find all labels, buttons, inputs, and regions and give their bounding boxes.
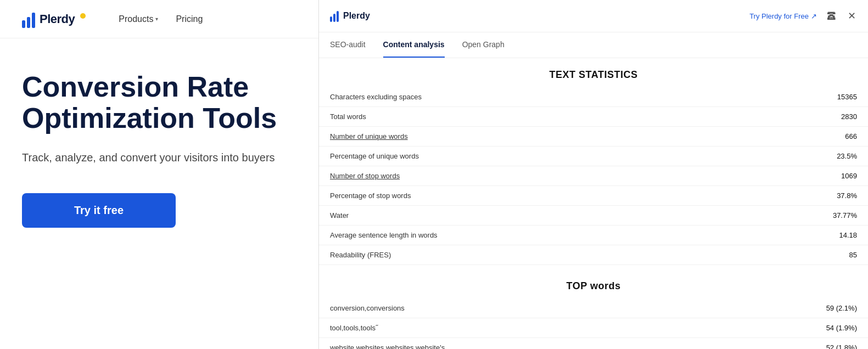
table-row: Average sentence length in words 14.18 <box>319 226 868 245</box>
table-row: Readability (FRES) 85 <box>319 245 868 265</box>
extension-panel: Plerdy Try Plerdy for Free ↗ 🕿 ✕ SEO-aud… <box>318 0 868 349</box>
stat-label: Characters excluding spaces <box>330 93 422 101</box>
stat-value: 37.8% <box>837 192 857 200</box>
stat-label: Number of stop words <box>330 172 400 180</box>
table-row: Percentage of stop words 37.8% <box>319 186 868 206</box>
tab-content-analysis[interactable]: Content analysis <box>383 32 445 58</box>
ext-bar-2 <box>333 14 335 22</box>
word-label: conversion,conversions <box>330 304 405 312</box>
text-statistics-title: TEXT STATISTICS <box>319 58 868 87</box>
ext-body[interactable]: TEXT STATISTICS Characters excluding spa… <box>319 58 868 349</box>
word-value: 54 (1.9%) <box>826 324 857 332</box>
table-row: website,websites,websites,website's 52 (… <box>319 338 868 349</box>
table-row: conversion,conversions 59 (2.1%) <box>319 299 868 318</box>
stat-value: 85 <box>849 251 857 259</box>
nav-bar: Plerdy Products ▾ Pricing <box>0 0 318 38</box>
table-row: Number of unique words 666 <box>319 127 868 147</box>
stat-label: Percentage of unique words <box>330 152 419 160</box>
ext-header-right: Try Plerdy for Free ↗ 🕿 ✕ <box>749 9 857 23</box>
close-icon-button[interactable]: ✕ <box>847 9 857 23</box>
stat-label: Average sentence length in words <box>330 231 438 239</box>
logo-bar-1 <box>22 20 25 28</box>
tab-seo-audit[interactable]: SEO-audit <box>330 32 366 58</box>
ext-logo-icon <box>330 10 339 22</box>
stat-value: 37.77% <box>833 211 857 219</box>
stat-value: 14.18 <box>839 231 857 239</box>
top-words-section: TOP words conversion,conversions 59 (2.1… <box>319 269 868 349</box>
table-row: Total words 2830 <box>319 107 868 127</box>
ext-bar-3 <box>337 11 339 22</box>
stat-value: 23.5% <box>837 152 857 160</box>
table-row: Water 37.77% <box>319 206 868 226</box>
nav-products[interactable]: Products ▾ <box>119 14 158 24</box>
word-value: 52 (1.8%) <box>826 344 857 349</box>
logo-dot <box>80 13 86 19</box>
logo-bar-2 <box>27 17 30 28</box>
stat-value: 15365 <box>837 93 857 101</box>
logo-text: Plerdy <box>40 12 75 26</box>
hero-content: Conversion Rate Optimization Tools Track… <box>0 38 318 250</box>
table-row: tool,tools,tools˝ 54 (1.9%) <box>319 318 868 338</box>
table-row: Percentage of unique words 23.5% <box>319 147 868 166</box>
stat-label: Number of unique words <box>330 132 408 140</box>
phone-icon-button[interactable]: 🕿 <box>826 9 838 23</box>
hero-subtitle: Track, analyze, and convert your visitor… <box>22 149 296 166</box>
word-label: website,websites,websites,website's <box>330 344 445 349</box>
logo-bar-3 <box>32 13 35 28</box>
stat-value: 666 <box>845 132 857 140</box>
logo-icon <box>22 10 35 28</box>
stat-label: Water <box>330 211 349 219</box>
ext-logo: Plerdy <box>330 10 370 22</box>
products-chevron-icon: ▾ <box>155 16 158 22</box>
hero-title: Conversion Rate Optimization Tools <box>22 71 296 134</box>
extension-header: Plerdy Try Plerdy for Free ↗ 🕿 ✕ <box>319 0 868 32</box>
stat-label: Percentage of stop words <box>330 192 411 200</box>
stats-table: Characters excluding spaces 15365 Total … <box>319 87 868 265</box>
text-statistics-section: TEXT STATISTICS Characters excluding spa… <box>319 58 868 265</box>
top-words-title: TOP words <box>319 269 868 299</box>
tab-open-graph[interactable]: Open Graph <box>462 32 505 58</box>
stat-label: Readability (FRES) <box>330 251 391 259</box>
website-panel: Plerdy Products ▾ Pricing Conversion Rat… <box>0 0 318 349</box>
external-link-icon: ↗ <box>811 12 817 20</box>
stat-label: Total words <box>330 112 366 121</box>
table-row: Characters excluding spaces 15365 <box>319 87 868 107</box>
ext-bar-1 <box>330 16 332 22</box>
ext-tabs: SEO-audit Content analysis Open Graph <box>319 32 868 58</box>
word-value: 59 (2.1%) <box>826 304 857 312</box>
top-words-table: conversion,conversions 59 (2.1%) tool,to… <box>319 299 868 349</box>
table-row: Number of stop words 1069 <box>319 166 868 186</box>
ext-logo-text: Plerdy <box>343 11 370 21</box>
try-free-button[interactable]: Try it free <box>22 193 176 228</box>
nav-links: Products ▾ Pricing <box>119 14 203 24</box>
stat-value: 2830 <box>841 112 857 121</box>
logo: Plerdy <box>22 10 86 28</box>
nav-pricing[interactable]: Pricing <box>176 14 203 24</box>
ext-try-link[interactable]: Try Plerdy for Free ↗ <box>749 12 817 20</box>
word-label: tool,tools,tools˝ <box>330 324 378 332</box>
stat-value: 1069 <box>841 172 857 180</box>
